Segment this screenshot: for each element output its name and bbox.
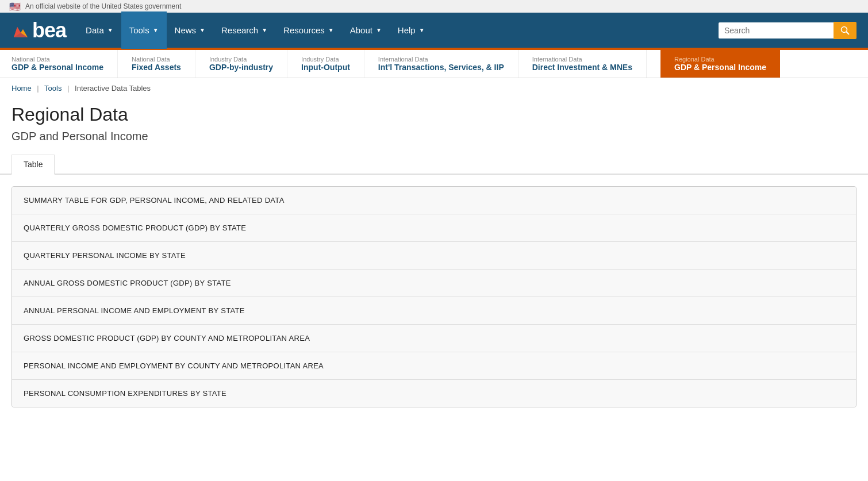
subnav-item-gdp-by-industry[interactable]: Industry Data GDP-by-industry <box>209 50 287 78</box>
tabs-container: Table <box>0 155 868 175</box>
subnav-item-input-output[interactable]: Industry Data Input-Output <box>301 50 364 78</box>
list-item[interactable]: SUMMARY TABLE FOR GDP, PERSONAL INCOME, … <box>12 187 856 214</box>
gov-banner: 🇺🇸 An official website of the United Sta… <box>0 0 868 13</box>
subnav-item-gdp-personal[interactable]: National Data GDP & Personal Income <box>11 50 118 78</box>
caret-icon: ▼ <box>419 27 425 33</box>
subnav-label: Int'l Transactions, Services, & IIP <box>378 63 504 72</box>
subnav-category: National Data <box>132 56 181 63</box>
tab-table[interactable]: Table <box>11 155 55 175</box>
breadcrumb-tools[interactable]: Tools <box>44 84 62 93</box>
subnav-item-direct-investment[interactable]: International Data Direct Investment & M… <box>532 50 647 78</box>
subnav-category: Industry Data <box>209 56 273 63</box>
subnav-item-fixed-assets[interactable]: National Data Fixed Assets <box>132 50 195 78</box>
caret-icon: ▼ <box>153 27 159 33</box>
subnav-category: International Data <box>378 56 504 63</box>
nav-item-help[interactable]: Help ▼ <box>390 11 433 49</box>
list-item[interactable]: PERSONAL INCOME AND EMPLOYMENT BY COUNTY… <box>12 352 856 380</box>
search-button[interactable] <box>834 22 857 39</box>
list-item[interactable]: QUARTERLY PERSONAL INCOME BY STATE <box>12 242 856 270</box>
subnav-category: National Data <box>11 56 103 63</box>
list-item[interactable]: GROSS DOMESTIC PRODUCT (GDP) BY COUNTY A… <box>12 325 856 352</box>
search-input[interactable] <box>719 22 834 39</box>
nav-item-resources[interactable]: Resources ▼ <box>275 11 342 49</box>
svg-point-4 <box>842 26 847 32</box>
caret-icon: ▼ <box>376 27 382 33</box>
caret-icon: ▼ <box>199 27 205 33</box>
search-area <box>719 22 857 39</box>
subnav-label: GDP & Personal Income <box>674 63 766 72</box>
subnav-label: Fixed Assets <box>132 63 181 72</box>
subnav-item-regional-data[interactable]: Regional Data GDP & Personal Income <box>660 50 780 78</box>
caret-icon: ▼ <box>328 27 334 33</box>
subnav-category: Industry Data <box>301 56 350 63</box>
subnav-category: Regional Data <box>674 56 766 63</box>
main-nav: bea Data ▼ Tools ▼ News ▼ Research ▼ Res… <box>0 13 868 50</box>
nav-items: Data ▼ Tools ▼ News ▼ Research ▼ Resourc… <box>78 11 719 49</box>
bea-logo-icon <box>11 21 30 40</box>
table-list: SUMMARY TABLE FOR GDP, PERSONAL INCOME, … <box>11 186 857 407</box>
search-icon <box>840 26 850 35</box>
subnav-label: Direct Investment & MNEs <box>532 63 632 72</box>
nav-item-research[interactable]: Research ▼ <box>213 11 275 49</box>
page-title: Regional Data <box>11 104 857 125</box>
caret-icon: ▼ <box>262 27 267 33</box>
gov-banner-text: An official website of the United States… <box>25 2 181 10</box>
list-item[interactable]: QUARTERLY GROSS DOMESTIC PRODUCT (GDP) B… <box>12 214 856 242</box>
flag-icon: 🇺🇸 <box>9 2 21 10</box>
table-section: SUMMARY TABLE FOR GDP, PERSONAL INCOME, … <box>0 175 868 419</box>
nav-item-data[interactable]: Data ▼ <box>78 11 121 49</box>
page-subtitle: GDP and Personal Income <box>11 130 857 143</box>
list-item[interactable]: ANNUAL PERSONAL INCOME AND EMPLOYMENT BY… <box>12 297 856 325</box>
breadcrumb: Home | Tools | Interactive Data Tables <box>0 78 868 98</box>
subnav-category: International Data <box>532 56 632 63</box>
svg-line-5 <box>847 32 850 34</box>
subnav-label: GDP-by-industry <box>209 63 273 72</box>
breadcrumb-current: Interactive Data Tables <box>75 84 151 93</box>
list-item[interactable]: ANNUAL GROSS DOMESTIC PRODUCT (GDP) BY S… <box>12 270 856 297</box>
data-subnav: National Data GDP & Personal Income Nati… <box>0 50 868 78</box>
caret-icon: ▼ <box>107 27 113 33</box>
page-header: Regional Data GDP and Personal Income <box>0 98 868 155</box>
breadcrumb-home[interactable]: Home <box>11 84 32 93</box>
bea-logo[interactable]: bea <box>11 18 66 43</box>
subnav-label: Input-Output <box>301 63 350 72</box>
nav-item-about[interactable]: About ▼ <box>342 11 390 49</box>
nav-item-tools[interactable]: Tools ▼ <box>121 11 167 49</box>
list-item[interactable]: PERSONAL CONSUMPTION EXPENDITURES BY STA… <box>12 380 856 407</box>
nav-item-news[interactable]: News ▼ <box>167 11 213 49</box>
subnav-item-intl-transactions[interactable]: International Data Int'l Transactions, S… <box>378 50 519 78</box>
bea-logo-text: bea <box>32 18 66 43</box>
subnav-label: GDP & Personal Income <box>11 63 103 72</box>
